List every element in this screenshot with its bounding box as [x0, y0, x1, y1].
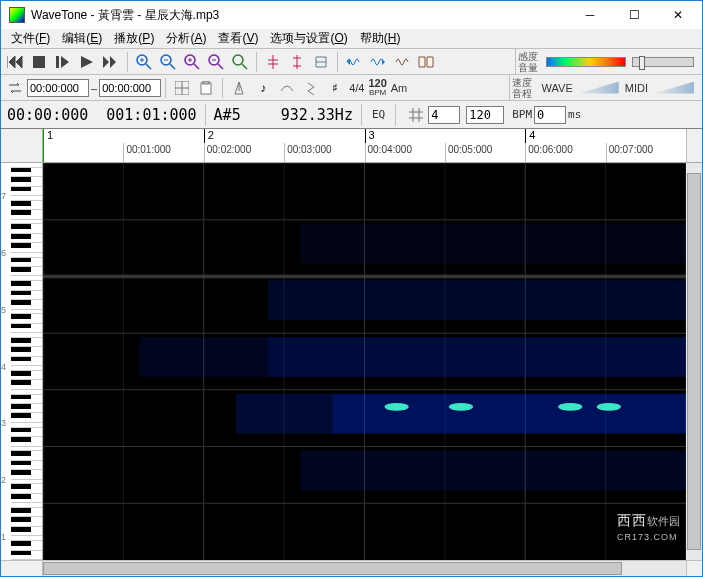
octave-label: 4 — [1, 362, 11, 372]
menu-help[interactable]: 帮助(H) — [354, 28, 407, 49]
rest-button[interactable] — [300, 77, 322, 99]
grid-snap-button[interactable] — [405, 104, 427, 126]
beats-input[interactable] — [428, 106, 460, 124]
piano-roll-axis[interactable]: 1234567 — [1, 163, 43, 560]
sharp-button[interactable]: ♯ — [324, 77, 346, 99]
zoom-fit-button[interactable] — [229, 51, 251, 73]
time-tick: 00:02:000 — [204, 143, 252, 162]
maximize-button[interactable]: ☐ — [612, 1, 656, 29]
zoom-out-h-button[interactable] — [157, 51, 179, 73]
spectrogram-plot[interactable]: 西西软件园 CR173.COM — [43, 163, 686, 560]
time-tick: 00:07:000 — [606, 143, 654, 162]
toolbar-playback: 感度音量 — [1, 49, 702, 75]
playhead[interactable] — [43, 129, 44, 162]
wave-both-button[interactable] — [391, 51, 413, 73]
freq-readout: 932.33Hz — [281, 106, 353, 124]
position-readout: 00:00:000 — [7, 106, 88, 124]
toolbar-timing: – ♪ ♯ 4/4 120BPM Am 速度音程 WAVE MIDI — [1, 75, 702, 101]
svg-rect-8 — [203, 81, 209, 84]
midi-label: MIDI — [623, 82, 650, 94]
window-title: WaveTone - 黃霄雲 - 星辰大海.mp3 — [31, 7, 568, 24]
metronome-button[interactable] — [228, 77, 250, 99]
ms-label: ms — [566, 108, 583, 121]
rewind-start-button[interactable] — [4, 51, 26, 73]
wave-right-button[interactable] — [367, 51, 389, 73]
octave-label: 1 — [1, 532, 11, 542]
range-select-button[interactable] — [310, 51, 332, 73]
play-step-button[interactable] — [52, 51, 74, 73]
menu-view[interactable]: 查看(V) — [212, 28, 264, 49]
tempo-input[interactable] — [466, 106, 504, 124]
bpm-label: BPM — [510, 108, 534, 121]
tie-button[interactable] — [276, 77, 298, 99]
note-readout: A#5 — [214, 106, 241, 124]
svg-rect-26 — [332, 394, 686, 434]
ruler-gutter — [1, 129, 43, 162]
svg-rect-29 — [139, 337, 268, 377]
level-meter — [546, 57, 626, 67]
sensitivity-label: 感度音量 — [515, 49, 540, 74]
menu-options[interactable]: 选项与设置(O) — [264, 28, 353, 49]
eighth-note-button[interactable]: ♪ — [252, 77, 274, 99]
octave-label: 2 — [1, 475, 11, 485]
time-tick: 00:01:000 — [123, 143, 171, 162]
menu-file[interactable]: 文件(F) — [5, 28, 56, 49]
info-bar: 00:00:000 001:01:000 A#5 932.33Hz EQ BPM… — [1, 101, 702, 129]
svg-rect-32 — [300, 451, 686, 491]
clipboard-button[interactable] — [195, 77, 217, 99]
sensitivity-slider[interactable] — [632, 57, 694, 67]
hscrollbar[interactable] — [43, 561, 686, 576]
time-tick: 00:06:000 — [525, 143, 573, 162]
fast-forward-button[interactable] — [100, 51, 122, 73]
play-button[interactable] — [76, 51, 98, 73]
stop-button[interactable] — [28, 51, 50, 73]
eq-label[interactable]: EQ — [370, 108, 387, 121]
svg-rect-7 — [201, 83, 211, 94]
time-tick: 00:03:000 — [284, 143, 332, 162]
close-button[interactable]: ✕ — [656, 1, 700, 29]
svg-point-6 — [233, 55, 243, 65]
octave-label: 3 — [1, 418, 11, 428]
wave-volume-slider[interactable] — [579, 82, 619, 94]
svg-rect-31 — [300, 224, 686, 264]
svg-rect-0 — [33, 56, 45, 68]
zoom-in-v-button[interactable] — [181, 51, 203, 73]
timesig-label[interactable]: 4/4 — [347, 82, 366, 94]
time-ruler[interactable]: 123400:01:00000:02:00000:03:00000:04:000… — [43, 129, 686, 162]
wave-label: WAVE — [540, 82, 575, 94]
svg-point-34 — [449, 403, 473, 411]
bpm-offset-input[interactable] — [534, 106, 566, 124]
resize-grip[interactable] — [686, 561, 702, 576]
loop-button[interactable] — [4, 77, 26, 99]
marker-a-button[interactable] — [262, 51, 284, 73]
svg-point-36 — [597, 403, 621, 411]
loop-end-input[interactable] — [99, 79, 161, 97]
speed-label: 速度音程 — [509, 75, 534, 100]
loop-start-input[interactable] — [27, 79, 89, 97]
wave-left-button[interactable] — [343, 51, 365, 73]
svg-rect-30 — [268, 280, 686, 320]
time-tick: 00:04:000 — [365, 143, 413, 162]
menubar: 文件(F) 编辑(E) 播放(P) 分析(A) 查看(V) 选项与设置(O) 帮… — [1, 29, 702, 49]
key-label[interactable]: Am — [389, 82, 410, 94]
svg-rect-28 — [268, 337, 686, 377]
menu-analyze[interactable]: 分析(A) — [160, 28, 212, 49]
minimize-button[interactable]: ─ — [568, 1, 612, 29]
length-readout: 001:01:000 — [106, 106, 196, 124]
book-button[interactable] — [415, 51, 437, 73]
menu-play[interactable]: 播放(P) — [108, 28, 160, 49]
tempo-block[interactable]: 120BPM — [366, 79, 388, 97]
midi-volume-slider[interactable] — [654, 82, 694, 94]
zoom-in-h-button[interactable] — [133, 51, 155, 73]
bar-marker: 1 — [43, 129, 53, 143]
titlebar: WaveTone - 黃霄雲 - 星辰大海.mp3 ─ ☐ ✕ — [1, 1, 702, 29]
bar-marker: 3 — [365, 129, 375, 143]
octave-label: 5 — [1, 305, 11, 315]
svg-rect-27 — [236, 394, 332, 434]
zoom-out-v-button[interactable] — [205, 51, 227, 73]
svg-rect-1 — [56, 56, 59, 68]
marker-b-button[interactable] — [286, 51, 308, 73]
grid-button[interactable] — [171, 77, 193, 99]
vscrollbar[interactable] — [686, 163, 702, 560]
menu-edit[interactable]: 编辑(E) — [56, 28, 108, 49]
